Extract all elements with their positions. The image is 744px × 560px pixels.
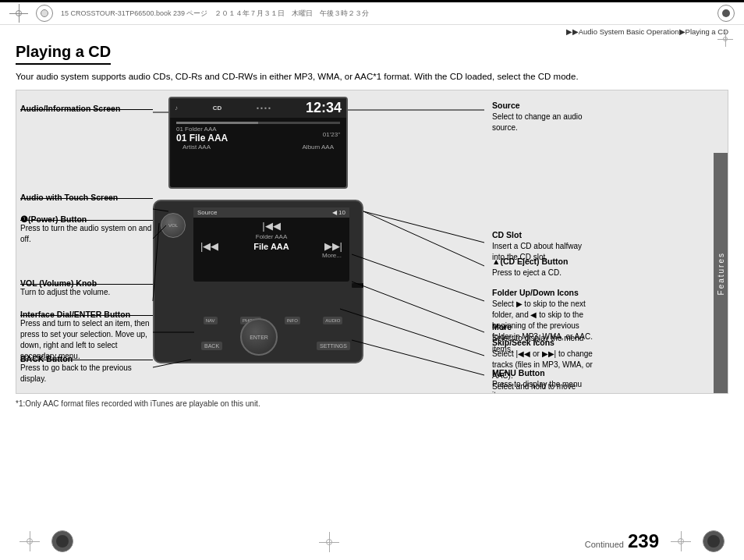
page-number: 239 [628, 530, 659, 552]
label-vol-desc: Turn to adjust the volume. [20, 287, 153, 298]
top-circle-icon [36, 5, 53, 22]
vol-knob-visual: VOL [161, 213, 186, 238]
line-vol [20, 284, 153, 285]
svg-line-8 [363, 211, 484, 266]
cd-slot-visual [352, 283, 363, 288]
audio-screen: ♪ CD ▪ ▪ ▪ ▪ 12:34 01 Folder AAA 01 File… [168, 97, 348, 189]
top-file-info: 15 CROSSTOUR-31TP66500.book 239 ページ ２０１４… [61, 9, 710, 19]
svg-line-7 [363, 211, 484, 243]
label-cd-eject: ▲(CD Eject) Button Press to eject a CD. [492, 256, 593, 278]
page-title: Playing a CD [16, 43, 111, 65]
svg-line-9 [352, 254, 484, 301]
line-audio-info [20, 109, 153, 110]
diagram-area: ♪ CD ▪ ▪ ▪ ▪ 12:34 01 Folder AAA 01 File… [16, 90, 728, 394]
bottom-center-crosshair [319, 532, 339, 552]
line-audio-touch [20, 198, 153, 199]
breadcrumb: ▶▶Audio System Basic Operation▶Playing a… [0, 25, 744, 38]
footnote-section: *1:Only AAC format files recorded with i… [0, 394, 744, 409]
line-back [20, 360, 153, 360]
label-source: Source Select to change an audio source. [492, 100, 593, 133]
head-unit: VOL Source ◀ 10 |◀◀ Folder AAA |◀◀ File … [153, 200, 363, 363]
bottom-right-section: Continued 239 [585, 530, 725, 552]
top-right-circle [717, 5, 735, 22]
head-unit-screen: Source ◀ 10 |◀◀ Folder AAA |◀◀ File AAA … [193, 207, 349, 282]
label-power-desc: Press to turn the audio system on and of… [20, 223, 153, 245]
continued-text: Continued [585, 540, 624, 549]
footnote: *1:Only AAC format files recorded with i… [16, 399, 260, 408]
intro-text: Your audio system supports audio CDs, CD… [16, 70, 728, 83]
features-tab: Features [714, 153, 728, 393]
line-interface [20, 315, 153, 316]
label-menu-button: MENU Button Press to display the menu it… [492, 367, 597, 394]
bottom-left-deco [19, 530, 73, 552]
nav-bar: NAV PHONE INFO AUDIO [192, 317, 354, 324]
top-left-crosshair [9, 4, 28, 23]
back-btn-visual: BACK [201, 342, 222, 350]
svg-line-10 [352, 282, 484, 332]
svg-line-12 [352, 340, 484, 375]
settings-btn-visual: SETTINGS [317, 342, 350, 350]
enter-dial-visual: ENTER [240, 318, 278, 356]
label-back-desc: Press to go back to the previous display… [20, 363, 153, 385]
line-power [20, 220, 153, 221]
